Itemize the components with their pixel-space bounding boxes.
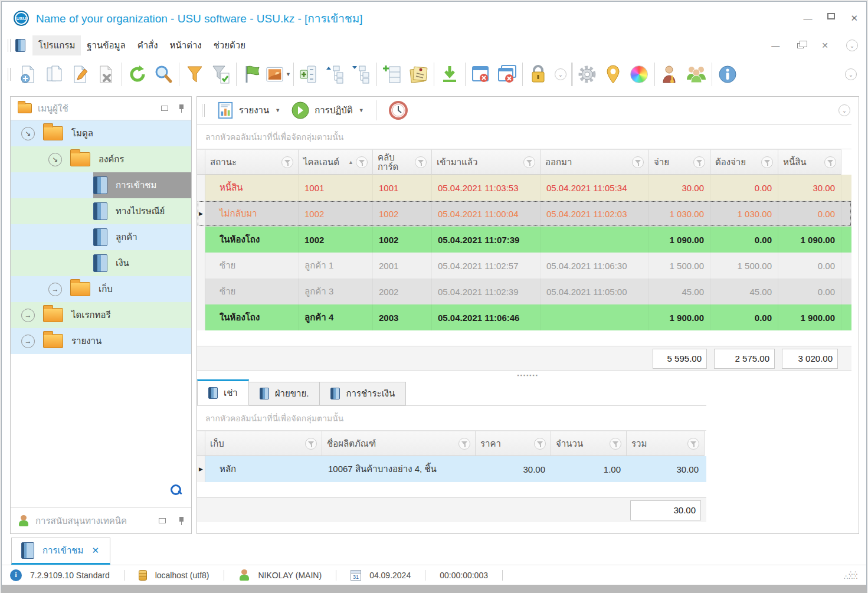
filter-icon[interactable] bbox=[305, 438, 317, 450]
info-button[interactable] bbox=[715, 60, 741, 89]
pin-icon[interactable] bbox=[179, 517, 184, 525]
filter-icon[interactable] bbox=[281, 156, 293, 168]
visit-row[interactable]: ไม่กลับมา 1002 1002 05.04.2021 11:00:04 … bbox=[197, 201, 851, 227]
detail-tab[interactable]: ฝ่ายขาย. bbox=[249, 382, 320, 405]
menu-window[interactable]: หน้าต่าง bbox=[164, 35, 208, 55]
tree-toggle-icon[interactable] bbox=[21, 309, 35, 322]
sidebar-tree-item[interactable]: ทางไปรษณีย์ bbox=[11, 198, 191, 224]
delete-record-button[interactable] bbox=[93, 60, 119, 89]
filter-apply-button[interactable] bbox=[208, 60, 234, 89]
refresh-button[interactable] bbox=[125, 60, 150, 89]
location-pin-button[interactable] bbox=[600, 60, 626, 89]
tree-toggle-icon[interactable] bbox=[21, 335, 35, 348]
lock-button[interactable] bbox=[525, 60, 551, 89]
filter-icon[interactable] bbox=[415, 156, 427, 168]
filter-icon[interactable] bbox=[356, 156, 368, 168]
panel-splitter[interactable]: ▪▪▪▪▪▪▪ bbox=[197, 371, 859, 379]
import-button[interactable] bbox=[437, 60, 463, 89]
mdi-minimize-button[interactable]: — bbox=[771, 41, 779, 50]
column-header-went-out[interactable]: ออกมา bbox=[541, 149, 649, 175]
new-record-button[interactable] bbox=[15, 60, 41, 89]
filter-icon[interactable] bbox=[610, 438, 621, 450]
column-header-clubcard[interactable]: คลับการ์ด bbox=[373, 149, 432, 175]
sidebar-tree-item[interactable]: ไดเรกทอรี bbox=[11, 302, 191, 328]
rental-row[interactable]: หลัก 10067 สินค้าบางอย่าง 4, ชิ้น 30.00 … bbox=[197, 456, 706, 482]
column-header-came-in[interactable]: เข้ามาแล้ว bbox=[432, 149, 541, 175]
column-header-debt[interactable]: หนี้สิน bbox=[778, 149, 841, 175]
filter-icon[interactable] bbox=[824, 156, 836, 168]
sidebar-tree-item[interactable]: องค์กร bbox=[11, 146, 191, 172]
copy-record-button[interactable] bbox=[41, 60, 67, 89]
filter-icon[interactable] bbox=[534, 438, 546, 450]
groupby-bar[interactable]: ลากหัวคอลัมน์มาที่นี่เพื่อจัดกลุ่มตามนั้… bbox=[197, 125, 851, 149]
resize-grip[interactable]: ∴∴∴∴∴ bbox=[844, 571, 858, 578]
add-row-button[interactable] bbox=[379, 60, 405, 89]
filter-icon[interactable] bbox=[458, 438, 470, 450]
tree-collapse-button[interactable] bbox=[322, 60, 348, 89]
column-header-total[interactable]: รวม bbox=[627, 431, 705, 456]
column-header-price[interactable]: ราคา bbox=[476, 431, 551, 456]
timer-button[interactable] bbox=[385, 98, 412, 123]
sidebar-tree-item[interactable]: เงิน bbox=[11, 250, 191, 276]
filter-icon[interactable] bbox=[761, 156, 773, 168]
users-group-button[interactable] bbox=[683, 60, 709, 89]
sidebar-search-icon[interactable] bbox=[170, 484, 183, 497]
column-header-qty[interactable]: จำนวน bbox=[551, 431, 627, 456]
mdi-close-button[interactable]: ✕ bbox=[821, 41, 828, 50]
filter-icon[interactable] bbox=[687, 438, 699, 450]
mdi-restore-button[interactable] bbox=[797, 43, 804, 48]
visit-row[interactable]: ซ้าย ลูกค้า 1 2001 05.04.2021 11:02:57 0… bbox=[197, 253, 851, 279]
close-window-button[interactable] bbox=[468, 60, 494, 89]
panel-float-icon[interactable] bbox=[161, 106, 168, 111]
settings-gear-button[interactable] bbox=[574, 60, 600, 89]
panel-float-icon[interactable] bbox=[159, 518, 166, 523]
close-button[interactable]: ✕ bbox=[850, 13, 858, 24]
column-header-store[interactable]: เก็บ bbox=[205, 431, 322, 456]
menu-database[interactable]: ฐานข้อมูล bbox=[81, 35, 131, 55]
tree-toggle-icon[interactable] bbox=[48, 283, 62, 296]
menu-program[interactable]: โปรแกรม bbox=[32, 35, 81, 55]
edit-record-button[interactable] bbox=[67, 60, 93, 89]
report-button[interactable]: รายงาน ▼ bbox=[213, 99, 284, 122]
sidebar-tree-item[interactable]: การเข้าชม bbox=[11, 172, 191, 198]
pin-icon[interactable] bbox=[179, 104, 184, 113]
visit-row[interactable]: ในห้องโถง 1002 1002 05.04.2021 11:07:39 … bbox=[197, 227, 851, 253]
sidebar-tree-item[interactable]: ลูกค้า bbox=[11, 224, 191, 250]
execute-button[interactable]: การปฏิบัติ ▼ bbox=[287, 99, 367, 122]
toolbar-overflow-icon[interactable]: ⌄ bbox=[845, 68, 857, 80]
add-list-button[interactable] bbox=[296, 60, 322, 89]
menu-overflow-icon[interactable]: ⌄ bbox=[846, 40, 858, 51]
groupby-bar[interactable]: ลากหัวคอลัมน์มาที่นี่เพื่อจัดกลุ่มตามนั้… bbox=[197, 406, 706, 431]
filter-icon[interactable] bbox=[693, 156, 705, 168]
sidebar-tree-item[interactable]: รายงาน bbox=[11, 328, 191, 354]
flag-button[interactable] bbox=[239, 60, 265, 89]
sidebar-tree-item[interactable]: เก็บ bbox=[11, 276, 191, 302]
toolbar-overflow-icon[interactable]: ⌄ bbox=[555, 68, 566, 80]
maximize-button[interactable] bbox=[827, 13, 835, 19]
filter-icon[interactable] bbox=[523, 156, 535, 168]
column-header-to-pay[interactable]: ต้องจ่าย bbox=[710, 149, 778, 175]
minimize-button[interactable]: — bbox=[803, 13, 812, 24]
sidebar-tree-item[interactable]: โมดูล bbox=[11, 120, 191, 146]
filter-button[interactable] bbox=[182, 60, 208, 89]
menu-commands[interactable]: คำสั่ง bbox=[132, 35, 164, 55]
tree-expand-button[interactable] bbox=[348, 60, 374, 89]
close-all-windows-button[interactable] bbox=[494, 60, 520, 89]
column-header-status[interactable]: สถานะ bbox=[205, 149, 299, 175]
detail-tab[interactable]: การชำระเงิน bbox=[320, 382, 406, 405]
image-button[interactable]: ▼ bbox=[265, 60, 291, 89]
column-header-paid[interactable]: จ่าย bbox=[649, 149, 710, 175]
color-palette-button[interactable] bbox=[626, 60, 652, 89]
visit-row[interactable]: หนี้สิน 1001 1001 05.04.2021 11:03:53 05… bbox=[197, 175, 851, 201]
visit-row[interactable]: ซ้าย ลูกค้า 3 2002 05.04.2021 11:02:39 0… bbox=[197, 279, 851, 304]
column-header-client[interactable]: ไคลเอนต์▲ bbox=[299, 149, 373, 175]
search-button[interactable] bbox=[150, 60, 176, 89]
filter-icon[interactable] bbox=[632, 156, 644, 168]
support-panel-header[interactable]: การสนับสนุนทางเทคนิค bbox=[11, 507, 191, 533]
user-key-button[interactable] bbox=[657, 60, 683, 89]
tree-toggle-icon[interactable] bbox=[21, 127, 35, 140]
notes-button[interactable] bbox=[405, 60, 431, 89]
menu-help[interactable]: ช่วยด้วย bbox=[208, 35, 251, 55]
detail-tab[interactable]: เช่า bbox=[197, 379, 249, 405]
column-header-product[interactable]: ชื่อผลิตภัณฑ์ bbox=[322, 431, 476, 456]
